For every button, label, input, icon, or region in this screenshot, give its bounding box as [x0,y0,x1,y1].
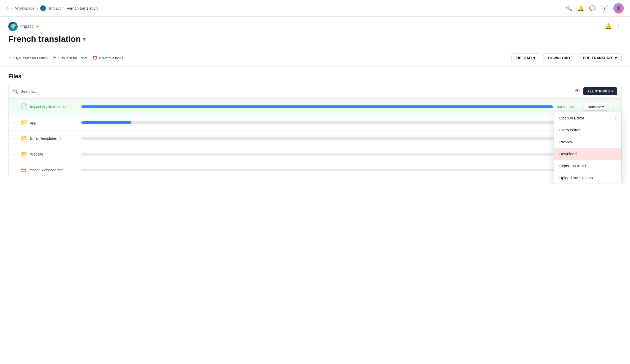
upload-dropdown-icon: ▾ [533,56,535,60]
folder-icon: 📁 [21,151,28,158]
pre-translate-dropdown-icon: ▾ [615,56,617,60]
progress-bar [81,153,580,156]
breadcrumb-current: French translation [67,6,98,10]
search-input[interactable] [21,89,575,93]
files-table: 📄 Impact Application.json ↑ 100% + 0% Tr… [8,99,622,178]
project-bell-icon[interactable]: 🔔 [605,23,612,30]
table-row: › 📁 Website ↑ ⋮ [9,146,621,162]
action-buttons: UPLOAD ▾ DOWNLOAD PRE-TRANSLATE ▾ [511,53,622,62]
clock-icon: ⏰ [93,56,97,60]
context-menu-item-export-xliff[interactable]: Export as XLIFF [554,160,621,172]
table-row: 🗃 impact_webpage.html ↑ ⋮ [9,162,621,178]
status-actions-row: ⚠ 2 QA issues for French ⚑ 1 issue in th… [0,49,630,67]
file-row-left: › 📁 Email Templates ↑ [13,135,75,142]
context-menu-item-open-editor[interactable]: Open in Editor › [554,112,621,124]
folder-icon: 📁 [21,119,28,126]
upload-arrow-icon: ↑ [70,104,72,109]
progress-text: 100% + 0% [556,105,577,109]
search-icon: 🔍 [13,89,18,94]
progress-bar [81,105,553,108]
translate-dropdown-icon: ▾ [602,105,604,109]
context-menu: Open in Editor › Go to editor Preview Do… [554,112,621,184]
expand-icon[interactable]: › [13,136,18,140]
file-row-left: 📄 Impact Application.json ↑ [13,103,75,110]
upload-arrow-icon: ↑ [46,152,48,157]
search-icon[interactable]: 🔍 [566,5,572,11]
progress-section [81,169,604,171]
translate-button[interactable]: Translate ▾ [583,103,608,111]
file-row-left: 🗃 impact_webpage.html ↑ [13,167,75,173]
context-menu-item-go-editor[interactable]: Go to editor [554,124,621,136]
pre-translate-button[interactable]: PRE-TRANSLATE ▾ [578,53,622,62]
qa-issues-chip[interactable]: ⚠ 2 QA issues for French [8,56,48,60]
project-small-logo [40,5,46,11]
context-menu-item-upload-translations[interactable]: Upload translations [554,172,621,184]
file-row-left: › 📁 Website ↑ [13,151,75,158]
main-content: Files 🔍 👁 ALL STRINGS ▾ 📄 Impact Applica… [0,67,630,184]
project-logo: 🌍 [8,22,18,31]
breadcrumb-workspace[interactable]: Workspace [15,6,35,10]
chevron-right-icon: › [615,116,616,120]
upload-arrow-icon: ↑ [39,120,41,125]
table-row: 📄 Impact Application.json ↑ 100% + 0% Tr… [9,99,621,115]
flag-icon: ⚑ [53,56,56,60]
progress-section [81,137,604,140]
title-dropdown-icon[interactable]: ▾ [83,36,86,42]
file-actions: Translate ▾ ⋮ [583,103,617,111]
json-file-icon: 📄 [21,103,28,110]
progress-section [81,153,604,156]
home-icon[interactable]: ⌂ [6,5,9,11]
search-wrapper: 🔍 [13,89,575,94]
expand-icon[interactable]: › [13,152,18,156]
html-file-icon: 🗃 [21,167,26,173]
more-options-button[interactable]: ⋮ [610,103,617,111]
top-nav: ⌂ › Workspace › Impact › French translat… [0,0,630,17]
upload-arrow-icon: ↑ [59,136,61,141]
progress-bar [81,169,580,171]
warning-icon: ⚠ [8,56,12,60]
download-button[interactable]: DOWNLOAD [543,53,575,62]
search-row: 🔍 👁 ALL STRINGS ▾ [8,84,622,99]
progress-bar [81,137,580,140]
status-chips: ⚠ 2 QA issues for French ⚑ 1 issue in th… [8,56,123,60]
file-name[interactable]: app [30,120,36,125]
chat-icon[interactable]: 💬 [589,5,596,11]
files-title: Files [8,73,21,80]
all-strings-dropdown-icon: ▾ [611,89,613,93]
expand-icon[interactable]: › [13,120,18,125]
upload-arrow-icon: ↑ [67,168,69,172]
files-section-header: Files [8,73,622,80]
file-row-left: › 📁 app ↑ [13,119,75,126]
breadcrumb-sep-1: › [11,5,13,11]
progress-section: 100% + 0% [81,105,577,109]
breadcrumb: ⌂ › Workspace › Impact › French translat… [6,5,98,11]
top-nav-actions: 🔍 🔔 💬 ? 👤 [566,3,624,14]
notifications-icon[interactable]: 🔔 [578,5,584,11]
context-menu-item-download[interactable]: Download [554,148,621,160]
upload-button[interactable]: UPLOAD ▾ [511,53,540,62]
page-title: French translation ▾ [8,34,622,44]
project-name: Impact [20,24,33,29]
file-name[interactable]: impact_webpage.html [29,168,64,172]
file-name[interactable]: Email Templates [30,136,57,140]
progress-bar [81,121,580,124]
breadcrumb-project[interactable]: Impact [40,5,61,11]
project-header: 🌍 Impact ★ 🔔 ⋮ French translation ▾ [0,17,630,49]
file-name[interactable]: Impact Application.json [30,105,67,109]
folder-icon: 📁 [21,135,28,142]
breadcrumb-sep-3: › [63,5,64,11]
help-icon[interactable]: ? [601,5,608,12]
all-strings-button[interactable]: ALL STRINGS ▾ [583,87,617,95]
breadcrumb-sep-2: › [37,5,38,11]
context-menu-item-preview[interactable]: Preview [554,136,621,148]
editor-issues-chip[interactable]: ⚑ 1 issue in the Editor [53,56,87,60]
table-row: › 📁 app ↑ ⋮ [9,115,621,131]
user-avatar[interactable]: 👤 [613,3,624,14]
project-more-icon[interactable]: ⋮ [616,23,622,30]
star-icon[interactable]: ★ [35,24,40,29]
overdue-tasks-chip[interactable]: ⏰ 0 overdue tasks [93,56,123,60]
progress-section [81,121,604,124]
file-name[interactable]: Website [30,152,43,156]
table-row: › 📁 Email Templates ↑ ⋮ [9,131,621,146]
eye-icon[interactable]: 👁 [575,88,580,94]
